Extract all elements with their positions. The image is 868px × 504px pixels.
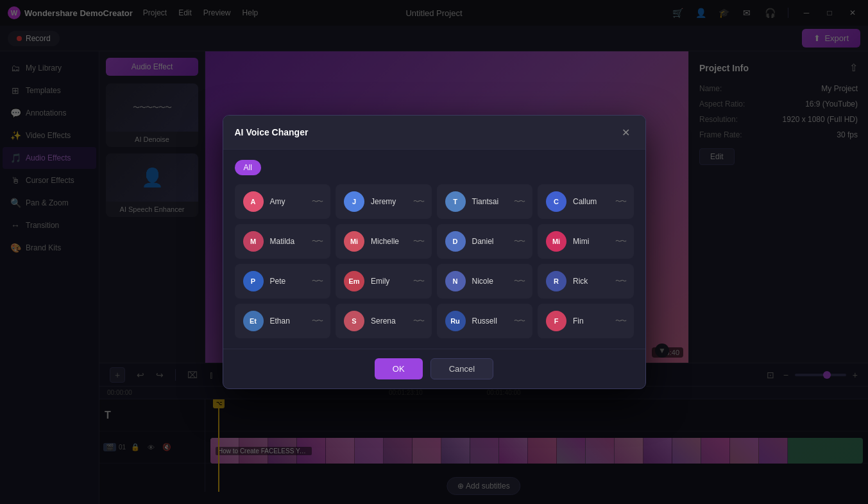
voice-wave-emily: 〜〜 <box>413 277 423 286</box>
voice-name-nicole: Nicole <box>472 277 508 286</box>
voice-card-jeremy[interactable]: J Jeremy 〜〜 <box>336 184 432 219</box>
voice-card-mimi[interactable]: Mi Mimi 〜〜 <box>538 224 634 259</box>
voice-avatar-daniel: D <box>445 231 466 252</box>
voice-name-fin: Fin <box>573 317 609 326</box>
voice-wave-russell: 〜〜 <box>514 317 524 326</box>
voice-name-serena: Serena <box>371 317 407 326</box>
voice-card-pete[interactable]: P Pete 〜〜 <box>235 264 331 299</box>
voice-wave-tiantsai: 〜〜 <box>514 197 524 206</box>
filter-row: All <box>235 160 634 175</box>
voice-wave-nicole: 〜〜 <box>514 277 524 286</box>
voice-wave-callum: 〜〜 <box>615 197 625 206</box>
modal-body: All A Amy 〜〜 J Jeremy 〜〜 T Tiantsai 〜〜 C… <box>223 150 645 349</box>
voice-avatar-michelle: Mi <box>344 231 364 252</box>
voice-wave-fin: 〜〜 <box>615 317 625 326</box>
voice-card-matilda[interactable]: M Matilda 〜〜 <box>235 224 331 259</box>
modal-header: AI Voice Changer ✕ <box>223 116 645 150</box>
voice-name-michelle: Michelle <box>371 237 407 246</box>
voice-name-jeremy: Jeremy <box>371 197 407 206</box>
modal-title: AI Voice Changer <box>235 127 309 137</box>
voice-name-amy: Amy <box>270 197 306 206</box>
voice-name-rick: Rick <box>573 277 609 286</box>
voice-avatar-matilda: M <box>243 231 264 252</box>
voice-name-russell: Russell <box>472 317 508 326</box>
voice-card-rick[interactable]: R Rick 〜〜 <box>538 264 634 299</box>
voice-avatar-mimi: Mi <box>546 231 566 252</box>
voice-card-fin[interactable]: F Fin 〜〜 <box>538 304 634 338</box>
modal-overlay: AI Voice Changer ✕ All A Amy 〜〜 J Jeremy… <box>0 0 868 504</box>
voice-avatar-nicole: N <box>445 271 466 291</box>
voice-card-michelle[interactable]: Mi Michelle 〜〜 <box>336 224 432 259</box>
voice-card-nicole[interactable]: N Nicole 〜〜 <box>437 264 533 299</box>
voice-wave-serena: 〜〜 <box>413 317 423 326</box>
voice-card-tiantsai[interactable]: T Tiantsai 〜〜 <box>437 184 533 219</box>
voice-avatar-ethan: Et <box>243 311 264 331</box>
ai-voice-changer-modal: AI Voice Changer ✕ All A Amy 〜〜 J Jeremy… <box>223 115 646 389</box>
voice-name-matilda: Matilda <box>270 237 306 246</box>
voice-avatar-tiantsai: T <box>445 191 466 212</box>
voice-card-daniel[interactable]: D Daniel 〜〜 <box>437 224 533 259</box>
voice-avatar-callum: C <box>546 191 566 212</box>
voice-avatar-rick: R <box>546 271 566 291</box>
voice-name-emily: Emily <box>371 277 407 286</box>
modal-close-button[interactable]: ✕ <box>618 125 634 140</box>
voice-avatar-serena: S <box>344 311 364 331</box>
voice-wave-mimi: 〜〜 <box>615 237 625 246</box>
cancel-button[interactable]: Cancel <box>430 358 493 379</box>
voice-wave-jeremy: 〜〜 <box>413 197 423 206</box>
voice-card-amy[interactable]: A Amy 〜〜 <box>235 184 331 219</box>
voice-wave-daniel: 〜〜 <box>514 237 524 246</box>
voice-avatar-fin: F <box>546 311 566 331</box>
voice-card-ethan[interactable]: Et Ethan 〜〜 <box>235 304 331 338</box>
filter-all-button[interactable]: All <box>235 160 261 175</box>
voice-card-russell[interactable]: Ru Russell 〜〜 <box>437 304 533 338</box>
modal-footer: OK Cancel <box>223 349 645 388</box>
ok-button[interactable]: OK <box>375 358 423 379</box>
voice-grid: A Amy 〜〜 J Jeremy 〜〜 T Tiantsai 〜〜 C Cal… <box>235 184 634 338</box>
voice-name-callum: Callum <box>573 197 609 206</box>
voice-wave-michelle: 〜〜 <box>413 237 423 246</box>
voice-avatar-pete: P <box>243 271 264 291</box>
voice-wave-ethan: 〜〜 <box>312 317 322 326</box>
voice-card-serena[interactable]: S Serena 〜〜 <box>336 304 432 338</box>
voice-card-callum[interactable]: C Callum 〜〜 <box>538 184 634 219</box>
voice-wave-matilda: 〜〜 <box>312 237 322 246</box>
voice-card-emily[interactable]: Em Emily 〜〜 <box>336 264 432 299</box>
voice-avatar-amy: A <box>243 191 264 212</box>
voice-wave-pete: 〜〜 <box>312 277 322 286</box>
voice-name-pete: Pete <box>270 277 306 286</box>
voice-avatar-jeremy: J <box>344 191 364 212</box>
voice-name-tiantsai: Tiantsai <box>472 197 508 206</box>
voice-wave-amy: 〜〜 <box>312 197 322 206</box>
voice-name-ethan: Ethan <box>270 317 306 326</box>
voice-avatar-russell: Ru <box>445 311 466 331</box>
voice-name-mimi: Mimi <box>573 237 609 246</box>
voice-name-daniel: Daniel <box>472 237 508 246</box>
voice-avatar-emily: Em <box>344 271 364 291</box>
voice-wave-rick: 〜〜 <box>615 277 625 286</box>
